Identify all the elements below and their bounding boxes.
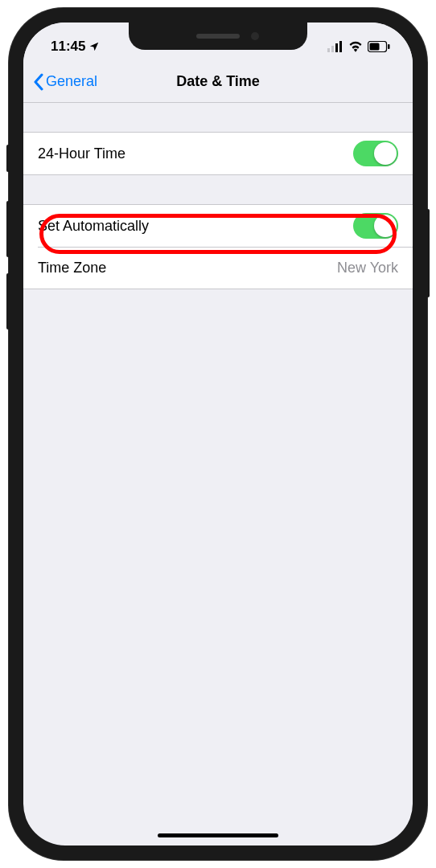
screen: 11:45 <box>23 23 413 845</box>
back-button[interactable]: General <box>33 73 97 91</box>
side-button <box>6 273 10 330</box>
battery-icon <box>368 41 390 52</box>
settings-group-2: Set Automatically Time Zone New York <box>23 204 413 289</box>
svg-rect-1 <box>331 46 334 52</box>
toggle-set-automatically[interactable] <box>353 213 398 239</box>
home-indicator[interactable] <box>158 833 278 837</box>
wifi-icon <box>348 41 363 52</box>
row-label: Set Automatically <box>38 218 149 235</box>
back-label: General <box>46 73 97 90</box>
row-set-automatically: Set Automatically <box>23 205 413 247</box>
cellular-icon <box>327 41 343 52</box>
side-button <box>6 145 10 172</box>
side-button <box>6 201 10 257</box>
row-value: New York <box>337 260 398 276</box>
row-label: Time Zone <box>38 260 106 276</box>
row-label: 24-Hour Time <box>38 145 125 162</box>
settings-content: 24-Hour Time Set Automatically Time Zone… <box>23 103 413 289</box>
nav-bar: General Date & Time <box>23 61 413 103</box>
location-icon <box>88 41 100 52</box>
svg-rect-5 <box>370 43 380 51</box>
toggle-24-hour-time[interactable] <box>353 141 398 166</box>
svg-rect-0 <box>327 48 330 52</box>
svg-rect-2 <box>335 43 338 52</box>
row-24-hour-time: 24-Hour Time <box>23 133 413 174</box>
notch <box>129 23 307 50</box>
svg-rect-6 <box>388 44 390 49</box>
settings-group-1: 24-Hour Time <box>23 132 413 175</box>
page-title: Date & Time <box>176 73 260 90</box>
row-time-zone[interactable]: Time Zone New York <box>23 247 413 289</box>
svg-rect-3 <box>339 41 342 52</box>
chevron-left-icon <box>33 73 44 91</box>
status-time: 11:45 <box>51 39 85 55</box>
side-button <box>426 209 430 297</box>
phone-frame: 11:45 <box>9 8 427 860</box>
